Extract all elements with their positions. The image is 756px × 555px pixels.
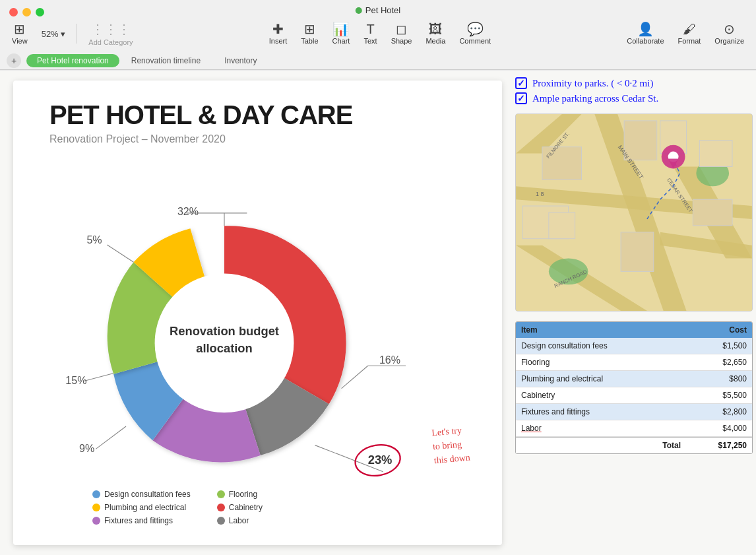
table-header-cost: Cost (694, 325, 747, 335)
label-text-15: 15% (65, 374, 86, 386)
donut-chart-container: Renovation budget allocation 32% 16% 5% … (20, 147, 429, 509)
label-line-16 (342, 366, 368, 388)
toolbar-right: 👤 Collaborate 🖌 Format ⊙ Organize (621, 20, 749, 48)
legend-labor: Labor (217, 516, 315, 525)
svg-rect-15 (693, 199, 732, 226)
text-button[interactable]: T Text (358, 20, 382, 48)
zoom-icon: 52% ▾ (42, 30, 66, 38)
comment-icon: 💬 (467, 22, 484, 36)
format-button[interactable]: 🖌 Format (673, 20, 707, 48)
tab-renovation-timeline[interactable]: Renovation timeline (119, 54, 212, 67)
traffic-lights (9, 8, 44, 16)
table-label: Table (301, 37, 318, 45)
app-title-text: Pet Hotel (365, 5, 400, 15)
map-area: MAIN STREET 1 8 FILMORE ST. CEDAR STREET… (515, 114, 753, 311)
cost-table: Item Cost Design consultation fees $1,50… (515, 321, 753, 454)
table-total-label: Total (662, 441, 681, 450)
label-line-5 (107, 245, 133, 262)
media-button[interactable]: 🖼 Media (420, 20, 451, 48)
media-label: Media (425, 37, 445, 45)
zoom-button[interactable]: 52% ▾ 52% (36, 27, 71, 41)
add-category-label: Add Category (88, 38, 133, 46)
close-button[interactable] (9, 8, 18, 16)
legend-dot-plumbing (92, 504, 100, 511)
toolbar-left: ⊞ View 52% ▾ 52% ⋮⋮⋮ Add Category (7, 18, 139, 49)
legend-flooring: Flooring (217, 490, 315, 499)
legend-dot-flooring (217, 490, 225, 498)
table-header-item: Item (521, 325, 694, 335)
chart-icon: 📊 (332, 22, 349, 36)
table-row: Fixtures and fittings $2,800 (516, 404, 752, 420)
bring-down-annotation: Let's tryto bringthis down (431, 423, 471, 468)
text-label: Text (363, 37, 377, 45)
add-category-icon: ⋮⋮⋮ (91, 21, 131, 37)
minimize-button[interactable] (22, 8, 31, 16)
app-title-dot (356, 7, 362, 14)
toolbar: ⊞ View 52% ▾ 52% ⋮⋮⋮ Add Category ✚ Inse… (0, 18, 756, 49)
svg-text:1 8: 1 8 (536, 191, 544, 197)
chart-center-text2: allocation (196, 341, 253, 355)
maximize-button[interactable] (36, 8, 44, 16)
shape-button[interactable]: ◻ Shape (386, 20, 418, 48)
chart-button[interactable]: 📊 Chart (327, 20, 356, 48)
table-row-labor: Labor $4,000 (516, 420, 752, 437)
label-line-15 (84, 374, 113, 381)
chart-center-text1: Renovation budget (170, 324, 279, 338)
format-label: Format (678, 37, 701, 45)
chart-legend: Design consultation fees Flooring Plumbi… (92, 490, 315, 525)
checkbox-label-2: Ample parking across Cedar St. (532, 93, 658, 104)
checkbox-1[interactable]: ✓ (515, 77, 527, 89)
view-icon: ⊞ (14, 22, 25, 36)
svg-rect-14 (549, 212, 575, 239)
collaborate-label: Collaborate (627, 37, 664, 45)
label-line-9 (96, 426, 126, 449)
organize-icon: ⊙ (724, 22, 735, 36)
text-icon: T (366, 22, 374, 36)
label-text-9: 9% (79, 442, 94, 454)
right-panel: ✓ Proximity to parks. ( < 0·2 mi) ✓ Ampl… (512, 71, 756, 555)
table-total-row: Total $17,250 (516, 437, 752, 453)
media-icon: 🖼 (429, 22, 442, 36)
separator (77, 24, 77, 44)
document-title: PET HOTEL & DAY CARE (49, 100, 352, 130)
insert-label: Insert (269, 37, 288, 45)
view-button[interactable]: ⊞ View (7, 20, 33, 48)
collaborate-button[interactable]: 👤 Collaborate (621, 20, 669, 48)
checkbox-line-2: ✓ Ample parking across Cedar St. (515, 92, 753, 104)
legend-fixtures: Fixtures and fittings (92, 516, 191, 525)
svg-rect-16 (699, 141, 732, 167)
checkbox-2[interactable]: ✓ (515, 92, 527, 104)
table-row: Flooring $2,650 (516, 354, 752, 371)
label-text-32: 32% (177, 205, 199, 217)
table-header: Item Cost (516, 322, 752, 338)
main-content: PET HOTEL & DAY CARE Renovation Project … (0, 71, 756, 555)
table-button[interactable]: ⊞ Table (296, 20, 323, 48)
label-text-16: 16% (379, 354, 400, 366)
legend-dot-design (92, 490, 100, 498)
svg-rect-13 (621, 232, 654, 272)
table-row: Plumbing and electrical $800 (516, 371, 752, 387)
insert-icon: ✚ (272, 22, 284, 36)
legend-cabinetry: Cabinetry (217, 503, 315, 512)
view-label: View (12, 37, 28, 45)
shape-icon: ◻ (396, 22, 407, 36)
tab-pet-hotel-renovation[interactable]: Pet Hotel renovation (26, 54, 119, 67)
comment-button[interactable]: 💬 Comment (454, 20, 496, 48)
toolbar-center: ✚ Insert ⊞ Table 📊 Chart T Text ◻ Shape … (264, 20, 496, 48)
organize-button[interactable]: ⊙ Organize (709, 20, 749, 48)
document-subtitle: Renovation Project – November 2020 (49, 133, 226, 145)
table-row: Design consultation fees $1,500 (516, 338, 752, 354)
chart-label: Chart (332, 37, 350, 45)
add-tab-button[interactable]: + (7, 53, 21, 68)
organize-label: Organize (714, 37, 744, 45)
legend-dot-fixtures (92, 517, 100, 525)
tab-inventory[interactable]: Inventory (212, 54, 268, 67)
legend-dot-labor (217, 517, 225, 525)
comment-label: Comment (459, 37, 491, 45)
insert-button[interactable]: ✚ Insert (264, 20, 293, 48)
map-svg: MAIN STREET 1 8 FILMORE ST. CEDAR STREET… (516, 114, 752, 311)
checkbox-area: ✓ Proximity to parks. ( < 0·2 mi) ✓ Ampl… (515, 77, 753, 108)
table-row: Cabinetry $5,500 (516, 387, 752, 404)
shape-label: Shape (391, 37, 412, 45)
add-category-button[interactable]: ⋮⋮⋮ Add Category (83, 18, 138, 49)
